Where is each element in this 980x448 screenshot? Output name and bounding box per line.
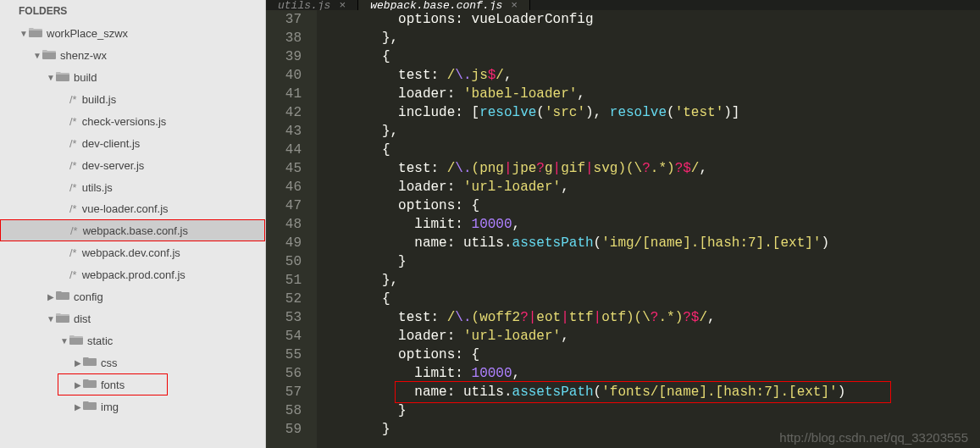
tree-file[interactable]: /*build.js: [0, 88, 265, 110]
code-line[interactable]: options: {: [317, 346, 980, 364]
tree-folder[interactable]: ▶img: [0, 395, 265, 418]
editor-tab[interactable]: utils.js×: [266, 0, 358, 10]
code-line[interactable]: test: /\.js$/,: [317, 66, 980, 85]
tree-item-label: build: [74, 71, 97, 84]
code-line[interactable]: options: {: [317, 196, 980, 215]
folder-open-icon: [42, 49, 56, 62]
tree-item-label: dev-server.js: [82, 159, 145, 172]
folder-open-icon: [69, 335, 83, 347]
line-number: 44: [266, 141, 302, 159]
tree-folder[interactable]: ▼workPlace_szwx: [0, 22, 265, 44]
disclosure-triangle-icon[interactable]: ▼: [32, 51, 42, 60]
folder-icon: [56, 290, 69, 303]
disclosure-triangle-icon[interactable]: ▼: [46, 314, 56, 324]
code-line[interactable]: loader: 'url-loader',: [317, 178, 980, 196]
tree-file[interactable]: /*webpack.prod.conf.js: [0, 263, 265, 285]
code-content[interactable]: options: vueLoaderConfig }, { test: /\.j…: [317, 10, 980, 448]
line-number: 38: [266, 29, 302, 47]
code-line[interactable]: limit: 10000,: [317, 215, 980, 234]
line-number: 41: [266, 85, 302, 103]
disclosure-triangle-icon[interactable]: ▶: [73, 380, 83, 390]
code-line[interactable]: },: [317, 271, 980, 290]
tree-item-label: img: [101, 401, 119, 413]
code-line[interactable]: }: [317, 252, 980, 271]
tree-file[interactable]: /*dev-client.js: [0, 132, 265, 154]
code-line[interactable]: test: /\.(png|jpe?g|gif|svg)(\?.*)?$/,: [317, 159, 980, 178]
code-line[interactable]: },: [317, 29, 980, 47]
code-line[interactable]: limit: 10000,: [317, 364, 980, 383]
tree-item-label: shenz-wx: [60, 49, 107, 62]
folder-open-icon: [56, 312, 69, 325]
file-icon: /*: [69, 115, 77, 128]
line-number: 57: [266, 383, 302, 401]
editor-tab[interactable]: webpack.base.conf.js×: [358, 0, 530, 10]
file-tree: ▼workPlace_szwx▼shenz-wx▼build/*build.js…: [0, 22, 265, 418]
disclosure-triangle-icon[interactable]: ▼: [19, 29, 29, 38]
tree-file[interactable]: /*utils.js: [0, 176, 265, 198]
code-line[interactable]: name: utils.assetsPath('img/[name].[hash…: [317, 234, 980, 252]
line-number: 39: [266, 47, 302, 66]
line-number: 42: [266, 103, 302, 122]
line-number: 59: [266, 420, 302, 439]
folder-open-icon: [56, 71, 69, 84]
code-line[interactable]: {: [317, 141, 980, 159]
sidebar: FOLDERS ▼workPlace_szwx▼shenz-wx▼build/*…: [0, 0, 266, 448]
code-line[interactable]: loader: 'babel-loader',: [317, 85, 980, 103]
editor-pane: utils.js×webpack.base.conf.js× 373839404…: [266, 0, 980, 448]
close-icon[interactable]: ×: [339, 0, 346, 10]
line-gutter: 3738394041424344454647484950515253545556…: [266, 10, 317, 448]
tree-item-label: webpack.dev.conf.js: [82, 246, 180, 259]
line-number: 37: [266, 10, 302, 29]
disclosure-triangle-icon[interactable]: ▼: [46, 73, 56, 82]
tree-file[interactable]: /*dev-server.js: [0, 154, 265, 176]
disclosure-triangle-icon[interactable]: ▶: [73, 358, 83, 368]
close-icon[interactable]: ×: [511, 0, 518, 10]
folder-open-icon: [29, 27, 42, 40]
tree-item-label: utils.js: [82, 181, 113, 194]
line-number: 46: [266, 178, 302, 196]
line-number: 50: [266, 252, 302, 271]
line-number: 58: [266, 401, 302, 420]
folders-heading: FOLDERS: [0, 0, 265, 22]
code-area: 3738394041424344454647484950515253545556…: [266, 10, 980, 448]
code-line[interactable]: {: [317, 290, 980, 308]
disclosure-triangle-icon[interactable]: ▼: [59, 336, 69, 346]
code-line[interactable]: include: [resolve('src'), resolve('test'…: [317, 103, 980, 122]
line-number: 48: [266, 215, 302, 234]
line-number: 49: [266, 234, 302, 252]
code-line[interactable]: name: utils.assetsPath('fonts/[name].[ha…: [317, 383, 980, 401]
file-icon: /*: [69, 202, 77, 215]
tree-folder[interactable]: ▶config: [0, 285, 265, 307]
code-line[interactable]: loader: 'url-loader',: [317, 327, 980, 346]
code-line[interactable]: test: /\.(woff2?|eot|ttf|otf)(\?.*)?$/,: [317, 308, 980, 327]
tree-folder[interactable]: ▶fonts: [58, 373, 168, 395]
tree-file[interactable]: /*webpack.dev.conf.js: [0, 241, 265, 263]
tree-item-label: static: [87, 335, 113, 347]
line-number: 54: [266, 327, 302, 346]
tree-file[interactable]: /*check-versions.js: [0, 110, 265, 132]
line-number: 55: [266, 346, 302, 364]
tree-file[interactable]: /*webpack.base.conf.js: [0, 219, 265, 241]
file-icon: /*: [69, 93, 77, 106]
tree-item-label: check-versions.js: [82, 115, 167, 128]
tree-file[interactable]: /*vue-loader.conf.js: [0, 198, 265, 220]
line-number: 47: [266, 196, 302, 215]
tree-folder[interactable]: ▼static: [0, 329, 265, 351]
tab-bar: utils.js×webpack.base.conf.js×: [266, 0, 980, 10]
tree-item-label: dev-client.js: [82, 137, 141, 150]
line-number: 53: [266, 308, 302, 327]
tree-item-label: css: [101, 357, 118, 369]
code-line[interactable]: },: [317, 122, 980, 141]
tree-item-label: dist: [74, 312, 91, 325]
code-line[interactable]: {: [317, 47, 980, 66]
tree-folder[interactable]: ▼build: [0, 66, 265, 88]
tree-folder[interactable]: ▼dist: [0, 307, 265, 329]
tree-folder[interactable]: ▼shenz-wx: [0, 44, 265, 66]
code-line[interactable]: options: vueLoaderConfig: [317, 10, 980, 29]
tab-label: webpack.base.conf.js: [370, 0, 502, 10]
code-line[interactable]: }: [317, 401, 980, 420]
disclosure-triangle-icon[interactable]: ▶: [46, 292, 56, 301]
tree-folder[interactable]: ▶css: [0, 351, 265, 373]
disclosure-triangle-icon[interactable]: ▶: [73, 402, 83, 412]
file-icon: /*: [70, 224, 78, 237]
